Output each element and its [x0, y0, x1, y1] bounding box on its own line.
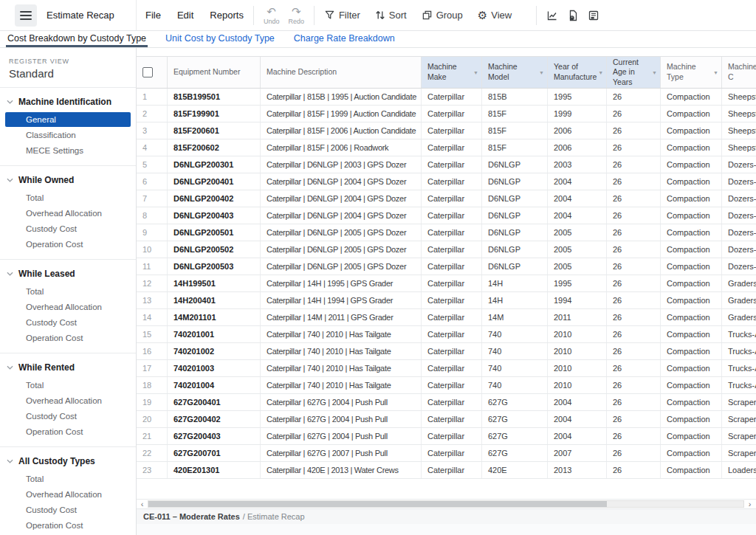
cell[interactable]: 2005 [548, 258, 607, 275]
cell[interactable]: D6NLGP [482, 173, 548, 190]
cell[interactable]: 2004 [548, 394, 607, 410]
cell[interactable]: Caterpillar | 815B | 1995 | Auction Cand… [261, 89, 422, 105]
cell[interactable]: Compaction [661, 275, 722, 291]
menu-edit[interactable]: Edit [177, 10, 193, 21]
cell[interactable]: D6NLGP [482, 190, 548, 207]
cell[interactable]: Loaders-B [722, 462, 756, 478]
cell[interactable]: 14M201101 [168, 309, 261, 325]
cell[interactable]: D6NLGP [482, 224, 548, 241]
table-row[interactable]: 16740201002Caterpillar | 740 | 2010 | Ha… [137, 343, 756, 360]
select-all-checkbox[interactable] [142, 67, 153, 77]
column-menu-icon[interactable]: ▼ [598, 70, 603, 75]
table-row[interactable]: 11D6NLGP200503Caterpillar | D6NLGP | 200… [137, 258, 756, 275]
cell[interactable]: Caterpillar | D6NLGP | 2004 | GPS Dozer [261, 173, 422, 190]
row-number[interactable]: 22 [137, 445, 168, 461]
table-row[interactable]: 10D6NLGP200502Caterpillar | D6NLGP | 200… [137, 241, 756, 258]
column-menu-icon[interactable]: ▼ [539, 70, 544, 75]
cell[interactable]: 815B199501 [168, 89, 261, 105]
table-row[interactable]: 17740201003Caterpillar | 740 | 2010 | Ha… [137, 360, 756, 377]
cell[interactable]: 1995 [548, 89, 607, 105]
cell[interactable]: Caterpillar [422, 411, 482, 427]
horizontal-scrollbar[interactable]: ‹ › [137, 499, 756, 508]
sidebar-item[interactable]: Overhead Allocation [0, 487, 136, 502]
sidebar-item[interactable]: General [5, 112, 131, 127]
row-number[interactable]: 16 [137, 343, 168, 359]
cell[interactable]: 26 [607, 394, 661, 410]
cell[interactable]: Trucks-Ar [722, 326, 756, 342]
cell[interactable]: Caterpillar | 14H | 1995 | GPS Grader [261, 275, 422, 291]
column-header[interactable]: Equipment Number [168, 57, 261, 88]
sort-button[interactable]: Sort [375, 10, 407, 21]
cell[interactable]: Caterpillar | 740 | 2010 | Has Tailgate [261, 343, 422, 359]
cell[interactable]: Graders-A [722, 309, 756, 325]
cell[interactable]: 627G200402 [168, 411, 261, 427]
column-header[interactable]: Current Age in Years▼ [607, 57, 661, 88]
cell[interactable]: Compaction [661, 156, 722, 173]
cell[interactable]: Caterpillar | 740 | 2010 | Has Tailgate [261, 377, 422, 393]
cell[interactable]: Caterpillar | 815F | 2006 | Auction Cand… [261, 122, 422, 139]
cell[interactable]: Caterpillar [422, 343, 482, 359]
row-number[interactable]: 5 [137, 156, 168, 173]
sidebar-item[interactable]: Custody Cost [0, 221, 136, 236]
cell[interactable]: 26 [607, 258, 661, 275]
cell[interactable]: 2007 [548, 445, 607, 461]
cell[interactable]: Compaction [661, 207, 722, 224]
cell[interactable]: 815F200602 [168, 139, 261, 156]
cell[interactable]: 14H200401 [168, 292, 261, 308]
cell[interactable]: 2004 [548, 428, 607, 444]
cell[interactable]: Caterpillar [422, 173, 482, 190]
cell[interactable]: 26 [607, 377, 661, 393]
cell[interactable]: D6NLGP [482, 156, 548, 173]
cell[interactable]: 815F200601 [168, 122, 261, 139]
cell[interactable]: Caterpillar [422, 241, 482, 258]
cell[interactable]: Caterpillar [422, 275, 482, 291]
row-number[interactable]: 13 [137, 292, 168, 308]
cell[interactable]: Caterpillar | 14H | 1994 | GPS Grader [261, 292, 422, 308]
table-row[interactable]: 1815B199501Caterpillar | 815B | 1995 | A… [137, 89, 756, 106]
group-button[interactable]: Group [422, 10, 463, 21]
cell[interactable]: Compaction [661, 428, 722, 444]
cell[interactable]: Compaction [661, 326, 722, 342]
section-header[interactable]: Machine Identification [0, 92, 136, 111]
sidebar-item[interactable]: Overhead Allocation [0, 393, 136, 408]
section-header[interactable]: While Leased [0, 263, 136, 283]
cell[interactable]: 26 [607, 241, 661, 258]
cell[interactable]: D6NLGP [482, 258, 548, 275]
cell[interactable]: Caterpillar [422, 445, 482, 461]
table-row[interactable]: 21627G200403Caterpillar | 627G | 2004 | … [137, 428, 756, 445]
table-row[interactable]: 8D6NLGP200403Caterpillar | D6NLGP | 2004… [137, 207, 756, 224]
cell[interactable]: Trucks-Ar [722, 377, 756, 393]
row-number[interactable]: 8 [137, 207, 168, 224]
cell[interactable]: 740201001 [168, 326, 261, 342]
table-row[interactable]: 3815F200601Caterpillar | 815F | 2006 | A… [137, 122, 756, 139]
cell[interactable]: 815F [482, 122, 548, 139]
cell[interactable]: 26 [607, 309, 661, 325]
view-button[interactable]: ⚙ View [478, 10, 512, 21]
select-all-header[interactable] [137, 57, 168, 88]
cell[interactable]: 740201002 [168, 343, 261, 359]
cell[interactable]: Graders-A [722, 292, 756, 308]
column-header[interactable]: Machine Make▼ [422, 57, 482, 88]
redo-button[interactable]: ↷ Redo [288, 6, 304, 25]
cell[interactable]: 2006 [548, 122, 607, 139]
cell[interactable]: D6NLGP [482, 241, 548, 258]
cell[interactable]: Compaction [661, 377, 722, 393]
cell[interactable]: 1999 [548, 106, 607, 122]
column-menu-icon[interactable]: ▼ [473, 70, 478, 75]
cell[interactable]: Compaction [661, 411, 722, 427]
cell[interactable]: 26 [607, 445, 661, 461]
sidebar-item[interactable]: Overhead Allocation [0, 300, 136, 314]
cell[interactable]: D6NLGP200402 [168, 190, 261, 207]
table-row[interactable]: 1414M201101Caterpillar | 14M | 2011 | GP… [137, 309, 756, 326]
row-number[interactable]: 14 [137, 309, 168, 325]
cell[interactable]: Compaction [661, 122, 722, 139]
cell[interactable]: 420E201301 [168, 462, 261, 478]
cell[interactable]: 2011 [548, 309, 607, 325]
cell[interactable]: D6NLGP200502 [168, 241, 261, 258]
cell[interactable]: Caterpillar [422, 106, 482, 122]
column-menu-icon[interactable]: ▼ [713, 70, 718, 75]
cell[interactable]: 815F [482, 139, 548, 156]
cell[interactable]: 420E [482, 462, 548, 478]
cell[interactable]: 740201003 [168, 360, 261, 376]
cell[interactable]: Caterpillar [422, 292, 482, 308]
